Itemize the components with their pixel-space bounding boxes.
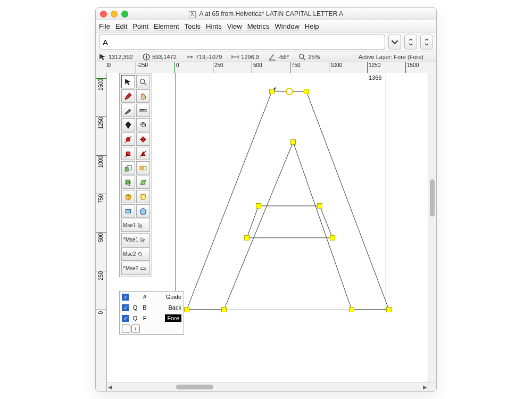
point[interactable] (290, 139, 296, 145)
status-offset: 719,-1079 (186, 53, 222, 61)
menu-view[interactable]: View (227, 22, 242, 30)
ruler-horizontal[interactable]: -500-2500250500750100012501500 (106, 62, 436, 73)
point[interactable] (330, 235, 335, 240)
ruler-tick: 250 (213, 62, 223, 73)
glyph-history-button[interactable] (388, 35, 401, 49)
menu-edit[interactable]: Edit (115, 22, 127, 30)
status-distance: 593,1472 (143, 53, 177, 61)
scroll-left-icon[interactable]: ◀ (108, 384, 112, 390)
layers-palette: ✓ # Guide ✓ Q B Back ✓ Q F Fore (119, 291, 184, 335)
polygon-tool[interactable] (136, 204, 150, 218)
perspective-tool[interactable] (121, 190, 135, 203)
menu-window[interactable]: Window (275, 22, 300, 30)
warp-icon (139, 193, 147, 201)
ruler-tick: 1500 (405, 62, 419, 73)
knife-tool[interactable] (121, 104, 135, 117)
hand-tool[interactable] (136, 89, 150, 103)
status-cursor: 1312,392 (99, 53, 133, 61)
layer-row-back[interactable]: ✓ Q B Back (120, 302, 184, 313)
pointer-tool[interactable] (121, 75, 135, 88)
zoom-tool[interactable] (136, 75, 150, 88)
cube-icon (124, 193, 132, 201)
tangent-point-tool[interactable] (136, 147, 150, 160)
checkbox-icon[interactable]: ✓ (122, 294, 129, 301)
hvcurve-point-tool[interactable] (136, 132, 150, 146)
rectangle-icon (124, 207, 132, 215)
point[interactable] (349, 307, 354, 312)
mouse-binding-4[interactable]: ^Mse2 (121, 262, 150, 275)
pen-nib-icon (124, 121, 132, 129)
tangent-point-icon (139, 150, 147, 157)
point-start[interactable] (286, 88, 293, 95)
menu-element[interactable]: Element (154, 22, 179, 30)
skew-tool[interactable] (136, 176, 150, 189)
mouse-binding-3[interactable]: Mse2 (121, 247, 150, 261)
scrollbar-vertical[interactable] (428, 73, 436, 383)
curve-point-tool[interactable] (121, 132, 135, 146)
ruler-tick: 1000 (96, 155, 106, 169)
menu-point[interactable]: Point (132, 22, 148, 30)
scrollbar-horizontal[interactable]: ◀ ▶ (107, 383, 428, 391)
point[interactable] (386, 307, 392, 312)
pointer-icon (138, 223, 143, 228)
layer-row-guide[interactable]: ✓ # Guide (120, 292, 184, 302)
status-zoom: 25% (298, 53, 320, 61)
flip-tool[interactable] (136, 161, 150, 174)
checkbox-icon[interactable]: ✓ (122, 315, 129, 322)
menu-tools[interactable]: Tools (185, 22, 201, 30)
corner-point-icon (124, 150, 132, 157)
next-glyph-button[interactable] (420, 35, 433, 49)
menu-file[interactable]: File (99, 22, 110, 30)
scale-tool[interactable] (121, 161, 135, 174)
up-down-icon (423, 38, 430, 46)
svg-point-24 (139, 252, 142, 255)
add-layer-button[interactable]: + (131, 325, 140, 333)
menu-metrics[interactable]: Metrics (247, 22, 270, 30)
up-down-icon (407, 38, 414, 46)
corner-point-tool[interactable] (121, 147, 135, 160)
glyph-canvas[interactable]: 1366 (107, 73, 436, 391)
svg-rect-5 (140, 109, 146, 112)
pen-tool[interactable] (121, 118, 135, 131)
glyph-input[interactable] (99, 35, 385, 49)
ruler-vertical[interactable]: 1500125010007505002500 (96, 73, 107, 391)
freehand-tool[interactable] (121, 89, 135, 103)
layer-row-fore[interactable]: ✓ Q F Fore (120, 313, 184, 323)
svg-rect-20 (144, 166, 146, 170)
menu-help[interactable]: Help (305, 22, 319, 30)
ruler-tick: 1250 (96, 117, 106, 130)
scrollbar-thumb[interactable] (430, 179, 435, 217)
advance-icon (231, 53, 239, 61)
point[interactable] (184, 307, 189, 312)
layer-label: Fore (165, 314, 181, 322)
ruler-tick: -500 (106, 62, 111, 73)
scrollbar-thumb[interactable] (176, 385, 213, 389)
status-bar: 1312,392 593,1472 719,-1079 1296.9 -56° … (96, 52, 436, 62)
spiro-tool[interactable] (136, 118, 150, 131)
point[interactable] (317, 203, 322, 209)
rect-tool[interactable] (121, 204, 135, 218)
mouse-binding-2[interactable]: ^Mse1 (121, 233, 150, 246)
point[interactable] (304, 89, 309, 94)
ruler-tool[interactable] (136, 104, 150, 117)
pointer-icon (124, 78, 132, 86)
cursor-icon (99, 53, 106, 61)
point[interactable] (256, 203, 261, 209)
point[interactable] (269, 89, 275, 94)
titlebar: X A at 65 from Helvetica* LATIN CAPITAL … (96, 8, 436, 20)
scroll-right-icon[interactable]: ▶ (423, 384, 427, 390)
checkbox-icon[interactable]: ✓ (122, 304, 129, 311)
point[interactable] (244, 235, 250, 240)
resize-grip[interactable] (428, 383, 436, 391)
svg-point-1 (300, 54, 304, 59)
point[interactable] (221, 307, 227, 312)
magnifier-icon (138, 252, 143, 257)
menu-hints[interactable]: Hints (206, 22, 222, 30)
rotate-tool[interactable] (121, 176, 135, 189)
prev-glyph-button[interactable] (404, 35, 417, 49)
warp-tool[interactable] (136, 190, 150, 203)
mouse-binding-1[interactable]: Mse1 (121, 219, 150, 232)
glyph-bar (96, 32, 436, 52)
remove-layer-button[interactable]: − (122, 325, 130, 333)
compass-icon (143, 53, 150, 61)
